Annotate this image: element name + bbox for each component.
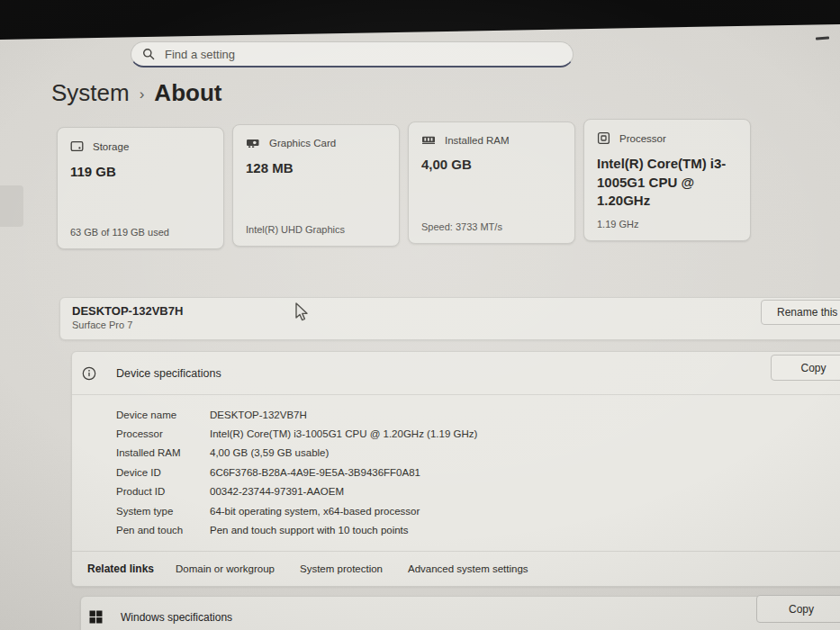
spec-row-pen-touch: Pen and touch Pen and touch support with… bbox=[116, 520, 840, 539]
card-graphics[interactable]: Graphics Card 128 MB Intel(R) UHD Graphi… bbox=[232, 124, 400, 247]
card-value: 4,00 GB bbox=[421, 156, 562, 175]
screen-bezel bbox=[0, 0, 840, 41]
card-label: Installed RAM bbox=[445, 135, 510, 146]
spec-label: Installed RAM bbox=[116, 447, 210, 458]
link-domain-or-workgroup[interactable]: Domain or workgroup bbox=[176, 563, 275, 574]
spec-value: Pen and touch support with 10 touch poin… bbox=[210, 525, 409, 536]
search-input[interactable] bbox=[163, 47, 562, 62]
related-links-label: Related links bbox=[87, 562, 154, 575]
device-name-panel: DESKTOP-132VB7H Surface Pro 7 bbox=[59, 297, 840, 340]
card-label: Storage bbox=[93, 141, 129, 152]
windows-specs-panel[interactable]: Windows specifications bbox=[80, 596, 840, 630]
spec-value: Intel(R) Core(TM) i3-1005G1 CPU @ 1.20GH… bbox=[210, 428, 477, 439]
spec-row-product-id: Product ID 00342-23744-97391-AAOEM bbox=[116, 482, 840, 501]
spec-label: Processor bbox=[116, 428, 210, 439]
page-title: About bbox=[154, 79, 221, 107]
card-label: Processor bbox=[619, 133, 666, 144]
related-links-row: Related links Domain or workgroup System… bbox=[72, 552, 840, 587]
copy-windows-specs-button[interactable]: Copy bbox=[756, 595, 840, 623]
info-icon bbox=[82, 366, 96, 381]
card-value: 128 MB bbox=[246, 159, 386, 178]
hardware-cards: Storage 119 GB 63 GB of 119 GB used Grap… bbox=[57, 119, 751, 249]
windows-specs-title: Windows specifications bbox=[121, 611, 232, 624]
chevron-right-icon: › bbox=[140, 86, 145, 104]
spec-value: 64-bit operating system, x64-based proce… bbox=[210, 506, 420, 517]
spec-row-installed-ram: Installed RAM 4,00 GB (3,59 GB usable) bbox=[116, 444, 840, 463]
spec-label: Product ID bbox=[116, 486, 210, 497]
ram-icon bbox=[421, 134, 436, 146]
spec-value: 6C6F3768-B28A-4A9E-9E5A-3B9436FF0A81 bbox=[210, 467, 420, 478]
windows-logo-icon bbox=[89, 610, 103, 624]
link-system-protection[interactable]: System protection bbox=[300, 563, 383, 574]
copy-device-specs-button[interactable]: Copy bbox=[771, 355, 840, 381]
device-specs-panel: Device specifications Device name DESKTO… bbox=[71, 351, 840, 587]
search-icon bbox=[142, 48, 155, 60]
card-label: Graphics Card bbox=[269, 138, 336, 148]
card-caption: Intel(R) UHD Graphics bbox=[246, 224, 386, 235]
device-model: Surface Pro 7 bbox=[72, 320, 840, 330]
spec-label: Device ID bbox=[116, 467, 210, 478]
spec-value: 4,00 GB (3,59 GB usable) bbox=[210, 447, 329, 458]
breadcrumb: System › About bbox=[51, 79, 221, 107]
card-storage[interactable]: Storage 119 GB 63 GB of 119 GB used bbox=[57, 127, 224, 249]
processor-icon bbox=[597, 131, 610, 145]
storage-icon bbox=[70, 140, 84, 153]
card-caption: 1.19 GHz bbox=[597, 219, 737, 230]
card-caption: Speed: 3733 MT/s bbox=[421, 221, 562, 232]
breadcrumb-system[interactable]: System bbox=[51, 79, 130, 107]
device-name: DESKTOP-132VB7H bbox=[72, 304, 840, 318]
spec-label: System type bbox=[116, 506, 210, 517]
spec-row-processor: Processor Intel(R) Core(TM) i3-1005G1 CP… bbox=[116, 424, 840, 443]
minimize-icon[interactable] bbox=[816, 36, 829, 40]
device-specs-header[interactable]: Device specifications bbox=[72, 352, 840, 394]
spec-row-device-id: Device ID 6C6F3768-B28A-4A9E-9E5A-3B9436… bbox=[116, 463, 840, 482]
spec-row-device-name: Device name DESKTOP-132VB7H bbox=[116, 405, 840, 424]
link-advanced-system-settings[interactable]: Advanced system settings bbox=[408, 563, 528, 574]
card-processor[interactable]: Processor Intel(R) Core(TM) i3-1005G1 CP… bbox=[583, 119, 751, 241]
card-value: Intel(R) Core(TM) i3-1005G1 CPU @ 1.20GH… bbox=[597, 155, 737, 211]
card-value: 119 GB bbox=[70, 163, 211, 182]
spec-row-system-type: System type 64-bit operating system, x64… bbox=[116, 501, 840, 520]
card-caption: 63 GB of 119 GB used bbox=[70, 227, 211, 238]
spec-label: Pen and touch bbox=[116, 525, 210, 536]
spec-value: DESKTOP-132VB7H bbox=[210, 410, 307, 420]
search-box[interactable] bbox=[131, 41, 574, 68]
graphics-card-icon bbox=[246, 137, 260, 149]
photo-edge-artifact bbox=[0, 185, 23, 227]
rename-pc-button[interactable]: Rename this bbox=[761, 300, 840, 325]
settings-screen: System › About Storage 119 GB 63 GB of 1… bbox=[0, 0, 840, 630]
spec-rows: Device name DESKTOP-132VB7H Processor In… bbox=[72, 395, 840, 540]
device-specs-title: Device specifications bbox=[116, 367, 221, 380]
spec-value: 00342-23744-97391-AAOEM bbox=[210, 486, 344, 497]
spec-label: Device name bbox=[116, 410, 210, 420]
card-ram[interactable]: Installed RAM 4,00 GB Speed: 3733 MT/s bbox=[408, 122, 575, 244]
